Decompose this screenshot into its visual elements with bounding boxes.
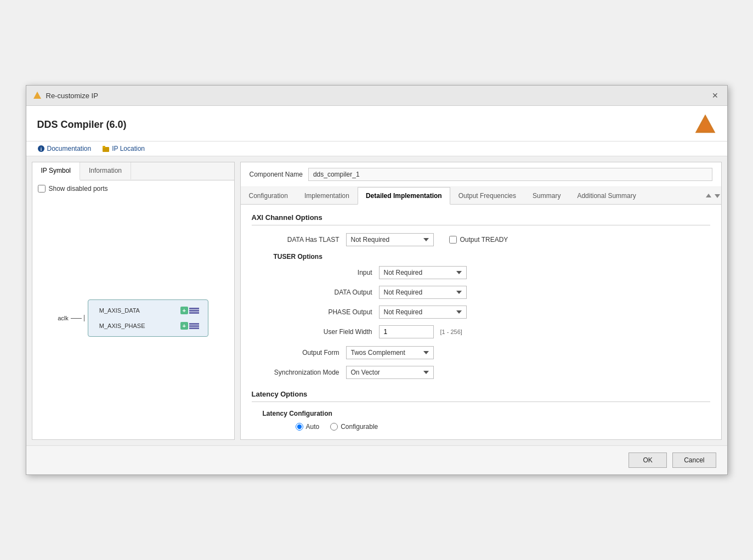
tab-ip-symbol[interactable]: IP Symbol (32, 162, 80, 180)
dialog-header: DDS Compiler (6.0) (26, 106, 727, 142)
show-disabled-checkbox[interactable] (38, 185, 46, 193)
component-name-row: Component Name (241, 162, 721, 187)
left-tab-bar: IP Symbol Information (32, 162, 234, 180)
toolbar: i Documentation IP Location (26, 142, 727, 156)
radio-auto[interactable]: Auto (296, 423, 320, 431)
user-field-width-row: User Field Width [1 - 256] (263, 325, 710, 338)
data-has-tlast-label: DATA Has TLAST (252, 236, 339, 244)
cancel-button[interactable]: Cancel (672, 452, 716, 468)
user-field-width-range: [1 - 256] (440, 329, 462, 335)
tuser-phase-output-select[interactable]: Not Required Required (379, 306, 467, 319)
clk-connection: aclk (58, 315, 84, 321)
port-phase-label: M_AXIS_PHASE (99, 323, 145, 329)
svg-rect-6 (103, 146, 105, 148)
tuser-data-output-label: DATA Output (263, 289, 372, 296)
svg-marker-0 (33, 92, 41, 99)
latency-radio-group: Auto Configurable (296, 423, 710, 431)
sync-mode-row: Synchronization Mode On Vector On Packet (252, 366, 710, 379)
folder-icon (102, 145, 110, 152)
tuser-group: TUSER Options Input Not Required Require… (263, 253, 710, 338)
clk-label: aclk (58, 315, 69, 321)
user-field-width-input[interactable] (379, 325, 434, 338)
radio-auto-input[interactable] (296, 423, 303, 431)
right-panel: Component Name Configuration Implementat… (240, 162, 722, 440)
tuser-data-output-select[interactable]: Not Required Required (379, 286, 467, 299)
axi-channel-section-header: AXI Channel Options (252, 213, 710, 225)
port-data-connector: + (180, 307, 199, 314)
ok-button[interactable]: OK (629, 452, 667, 468)
port-row-phase: M_AXIS_PHASE + (99, 322, 199, 330)
output-form-select[interactable]: Twos Complement Sign and Magnitude Unsig… (346, 346, 434, 359)
tab-information[interactable]: Information (80, 162, 131, 180)
sync-mode-label: Synchronization Mode (252, 369, 339, 376)
tab-scroll-arrows (705, 187, 721, 204)
latency-config-header: Latency Configuration (263, 410, 710, 417)
info-icon: i (37, 145, 45, 152)
port-data-bus (189, 308, 199, 314)
output-form-row: Output Form Twos Complement Sign and Mag… (252, 346, 710, 359)
tuser-section-header: TUSER Options (274, 253, 710, 261)
brand-logo (694, 114, 716, 135)
re-customize-dialog: Re-customize IP ✕ DDS Compiler (6.0) i D… (26, 85, 728, 475)
scroll-up-icon[interactable] (705, 192, 712, 200)
ip-ports: M_AXIS_DATA + (99, 307, 199, 330)
settings-content: AXI Channel Options DATA Has TLAST Not R… (241, 205, 721, 439)
tab-output-frequencies[interactable]: Output Frequencies (450, 187, 524, 204)
sync-mode-select[interactable]: On Vector On Packet (346, 366, 434, 379)
ip-location-link[interactable]: IP Location (102, 145, 145, 152)
show-disabled-row: Show disabled ports (32, 180, 234, 197)
app-title: DDS Compiler (6.0) (37, 119, 127, 131)
close-button[interactable]: ✕ (710, 90, 721, 101)
tuser-phase-output-label: PHASE Output (263, 308, 372, 316)
radio-configurable-input[interactable] (330, 423, 338, 431)
tab-detailed-implementation[interactable]: Detailed Implementation (358, 187, 450, 205)
tab-additional-summary[interactable]: Additional Summary (569, 187, 644, 204)
tab-summary[interactable]: Summary (524, 187, 569, 204)
dialog-footer: OK Cancel (26, 445, 727, 474)
latency-section-header: Latency Options (252, 390, 710, 402)
user-field-width-label: User Field Width (263, 328, 372, 336)
output-form-label: Output Form (252, 349, 339, 357)
port-phase-connector: + (180, 322, 199, 330)
tuser-phase-output-row: PHASE Output Not Required Required (263, 306, 710, 319)
radio-configurable[interactable]: Configurable (330, 423, 378, 431)
component-name-input[interactable] (308, 168, 712, 181)
tuser-input-label: Input (263, 269, 372, 276)
output-tready-row: Output TREADY (449, 236, 508, 244)
svg-text:i: i (40, 146, 42, 152)
clk-line (71, 318, 82, 319)
tab-implementation[interactable]: Implementation (296, 187, 358, 204)
tuser-input-row: Input Not Required Required (263, 266, 710, 279)
port-phase-bus (189, 323, 199, 329)
latency-section: Latency Options Latency Configuration Au… (252, 390, 710, 431)
output-tready-checkbox[interactable] (449, 236, 457, 244)
port-data-plus: + (180, 307, 188, 314)
component-name-label: Component Name (250, 171, 303, 178)
port-phase-plus: + (180, 322, 188, 330)
content-tabs-row: Configuration Implementation Detailed Im… (241, 187, 721, 205)
title-bar: Re-customize IP ✕ (26, 86, 727, 106)
symbol-area: aclk M_AXIS_DATA + (32, 197, 234, 439)
app-icon (33, 91, 42, 100)
port-row-data: M_AXIS_DATA + (99, 307, 199, 314)
title-text: Re-customize IP (46, 92, 98, 100)
documentation-link[interactable]: i Documentation (37, 145, 92, 152)
tuser-input-select[interactable]: Not Required Required (379, 266, 467, 279)
tuser-data-output-row: DATA Output Not Required Required (263, 286, 710, 299)
left-panel: IP Symbol Information Show disabled port… (32, 162, 235, 440)
data-has-tlast-select[interactable]: Not Required Required (346, 233, 434, 246)
port-data-label: M_AXIS_DATA (99, 307, 140, 314)
output-tready-label: Output TREADY (460, 236, 508, 244)
scroll-down-icon[interactable] (714, 192, 721, 200)
clk-tick (84, 315, 84, 321)
tab-configuration[interactable]: Configuration (241, 187, 296, 204)
main-content: IP Symbol Information Show disabled port… (26, 156, 727, 445)
settings-scroll-wrapper[interactable]: AXI Channel Options DATA Has TLAST Not R… (241, 205, 721, 439)
data-has-tlast-row: DATA Has TLAST Not Required Required Out… (252, 233, 710, 246)
ip-symbol-box: M_AXIS_DATA + (88, 299, 208, 337)
